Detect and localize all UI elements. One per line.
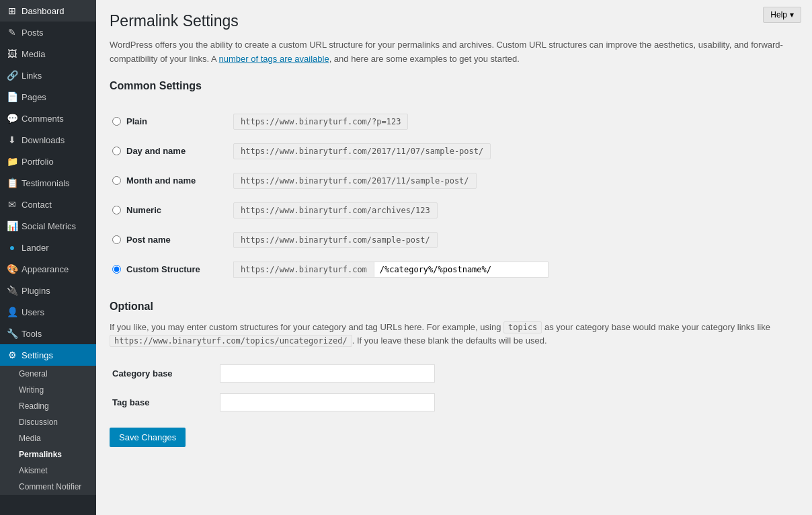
common-settings-title: Common Settings xyxy=(110,80,795,97)
sidebar-item-label: Testimonials xyxy=(22,178,70,188)
save-changes-button[interactable]: Save Changes xyxy=(110,428,186,447)
sidebar-item-posts[interactable]: ✎ Posts xyxy=(0,22,96,43)
sidebar-item-pages[interactable]: 📄 Pages xyxy=(0,86,96,108)
sidebar-item-lander[interactable]: ● Lander xyxy=(0,237,96,258)
content-area: Permalink Settings WordPress offers you … xyxy=(96,0,809,467)
sidebar-item-label: Dashboard xyxy=(22,6,65,16)
day-name-radio[interactable] xyxy=(112,147,121,155)
custom-base-url: https://www.binaryturf.com xyxy=(233,262,374,278)
submenu-item-media[interactable]: Media xyxy=(0,430,96,446)
sidebar-item-users[interactable]: 👤 Users xyxy=(0,301,96,323)
numeric-label[interactable]: Numeric xyxy=(126,205,161,215)
optional-title: Optional xyxy=(110,301,795,313)
main-content: Help ▾ Permalink Settings WordPress offe… xyxy=(96,0,812,515)
custom-structure-input[interactable] xyxy=(374,262,549,278)
table-row: Post name https://www.binaryturf.com/sam… xyxy=(110,225,795,255)
submenu-item-reading[interactable]: Reading xyxy=(0,398,96,414)
example-url-code: https://www.binaryturf.com/topics/uncate… xyxy=(110,335,352,347)
sidebar-item-testimonials[interactable]: 📋 Testimonials xyxy=(0,172,96,194)
optional-description: If you like, you may enter custom struct… xyxy=(110,321,795,349)
category-base-label: Category base xyxy=(112,368,173,379)
sidebar-item-label: Tools xyxy=(22,329,42,339)
month-name-radio[interactable] xyxy=(112,176,121,185)
sidebar-item-links[interactable]: 🔗 Links xyxy=(0,65,96,86)
sidebar-item-contact[interactable]: ✉ Contact xyxy=(0,194,96,215)
sidebar-item-dashboard[interactable]: ⊞ Dashboard xyxy=(0,0,96,22)
sidebar-item-label: Links xyxy=(22,71,42,81)
post-name-label[interactable]: Post name xyxy=(126,235,171,245)
post-name-radio-row: Post name xyxy=(112,235,228,245)
portfolio-icon: 📁 xyxy=(7,156,17,167)
numeric-url: https://www.binaryturf.com/archives/123 xyxy=(233,202,438,219)
custom-structure-label[interactable]: Custom Structure xyxy=(126,264,200,274)
tags-link[interactable]: number of tags are available xyxy=(219,54,329,64)
help-button[interactable]: Help ▾ xyxy=(763,7,801,23)
submenu-item-discussion[interactable]: Discussion xyxy=(0,414,96,430)
sidebar-item-tools[interactable]: 🔧 Tools xyxy=(0,323,96,344)
day-name-radio-row: Day and name xyxy=(112,146,228,156)
sidebar-item-media[interactable]: 🖼 Media xyxy=(0,43,96,65)
sidebar-item-label: Downloads xyxy=(22,135,65,145)
posts-icon: ✎ xyxy=(7,27,17,38)
help-label: Help xyxy=(770,10,787,19)
sidebar-item-plugins[interactable]: 🔌 Plugins xyxy=(0,280,96,301)
post-name-radio[interactable] xyxy=(112,235,121,244)
sidebar-item-portfolio[interactable]: 📁 Portfolio xyxy=(0,151,96,172)
month-name-label[interactable]: Month and name xyxy=(126,175,196,186)
plain-radio[interactable] xyxy=(112,117,121,126)
sidebar-item-comments[interactable]: 💬 Comments xyxy=(0,108,96,129)
sidebar-item-social-metrics[interactable]: 📊 Social Metrics xyxy=(0,215,96,237)
plain-url: https://www.binaryturf.com/?p=123 xyxy=(233,114,408,130)
testimonials-icon: 📋 xyxy=(7,177,17,188)
month-name-radio-row: Month and name xyxy=(112,175,228,186)
sidebar-item-label: Portfolio xyxy=(22,157,54,167)
help-chevron-icon: ▾ xyxy=(790,10,794,19)
table-row: Category base xyxy=(110,359,795,388)
custom-structure-radio[interactable] xyxy=(112,265,121,274)
media-icon: 🖼 xyxy=(7,48,17,59)
table-row: Tag base xyxy=(110,388,795,417)
plain-label[interactable]: Plain xyxy=(126,116,147,126)
category-base-input[interactable] xyxy=(220,364,435,383)
plugins-icon: 🔌 xyxy=(7,285,17,296)
settings-icon: ⚙ xyxy=(7,350,17,360)
optional-text-3: . If you leave these blank the defaults … xyxy=(352,335,547,346)
social-metrics-icon: 📊 xyxy=(7,221,17,231)
settings-submenu: General Writing Reading Discussion Media… xyxy=(0,366,96,495)
sidebar: ⊞ Dashboard ✎ Posts 🖼 Media 🔗 Links 📄 Pa… xyxy=(0,0,96,515)
sidebar-item-label: Media xyxy=(22,49,45,59)
page-title: Permalink Settings xyxy=(110,12,795,30)
topics-code: topics xyxy=(503,321,542,333)
sidebar-item-settings[interactable]: ⚙ Settings xyxy=(0,344,96,366)
comments-icon: 💬 xyxy=(7,113,17,124)
optional-text-2: as your category base would make your ca… xyxy=(542,322,770,332)
sidebar-item-appearance[interactable]: 🎨 Appearance xyxy=(0,258,96,280)
sidebar-item-label: Plugins xyxy=(22,286,50,296)
day-name-url: https://www.binaryturf.com/2017/11/07/sa… xyxy=(233,143,491,159)
submenu-item-akismet[interactable]: Akismet xyxy=(0,463,96,479)
dashboard-icon: ⊞ xyxy=(7,5,17,16)
day-name-label[interactable]: Day and name xyxy=(126,146,186,156)
table-row: Month and name https://www.binaryturf.co… xyxy=(110,166,795,196)
tag-base-input[interactable] xyxy=(220,393,435,411)
pages-icon: 📄 xyxy=(7,91,17,102)
submenu-item-writing[interactable]: Writing xyxy=(0,382,96,398)
sidebar-item-downloads[interactable]: ⬇ Downloads xyxy=(0,129,96,151)
table-row: Day and name https://www.binaryturf.com/… xyxy=(110,136,795,166)
optional-form-table: Category base Tag base xyxy=(110,359,795,417)
numeric-radio[interactable] xyxy=(112,206,121,214)
sidebar-item-label: Social Metrics xyxy=(22,221,76,231)
intro-text-2: , and here are some examples to get you … xyxy=(329,54,520,64)
contact-icon: ✉ xyxy=(7,199,17,210)
month-name-url: https://www.binaryturf.com/2017/11/sampl… xyxy=(233,173,477,189)
links-icon: 🔗 xyxy=(7,70,17,81)
submenu-item-comment-notifier[interactable]: Comment Notifier xyxy=(0,479,96,495)
sidebar-item-label: Contact xyxy=(22,200,52,210)
sidebar-item-label: Settings xyxy=(22,350,53,360)
submenu-item-permalinks[interactable]: Permalinks xyxy=(0,446,96,463)
table-row: Numeric https://www.binaryturf.com/archi… xyxy=(110,196,795,225)
common-settings-table: Plain https://www.binaryturf.com/?p=123 … xyxy=(110,107,795,284)
submenu-item-general[interactable]: General xyxy=(0,366,96,382)
sidebar-item-label: Appearance xyxy=(22,264,69,274)
table-row: Plain https://www.binaryturf.com/?p=123 xyxy=(110,107,795,136)
